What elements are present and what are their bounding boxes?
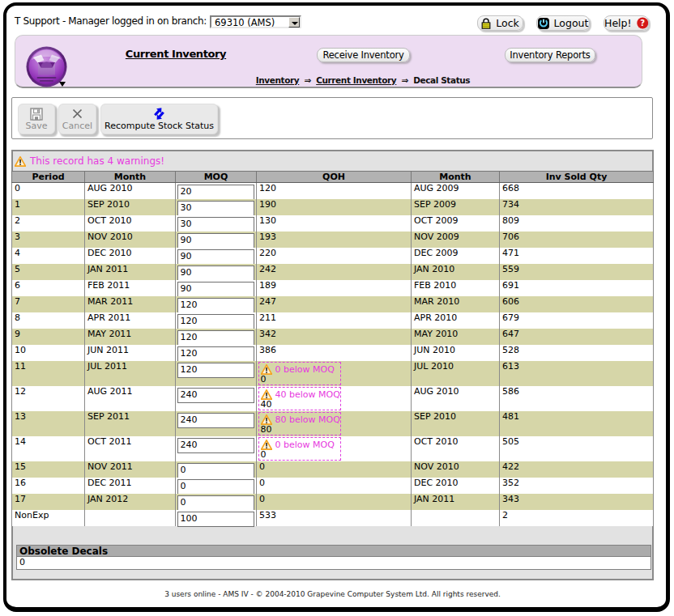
moq-input[interactable] (177, 282, 254, 297)
moq-input[interactable] (177, 314, 254, 329)
branch-select[interactable]: 69310 (AMS) (210, 15, 301, 28)
qoh-cell: 242 (257, 264, 412, 280)
inventory-row: 7MAR 2011247MAR 2010606 (12, 296, 654, 312)
moq-cell (176, 478, 257, 494)
refresh-icon (153, 107, 165, 121)
moq-input[interactable] (177, 388, 254, 403)
inv-sold-qty-cell: 668 (500, 183, 654, 199)
obsolete-decals-value: 0 (17, 557, 651, 569)
inventory-row: 13SEP 201180 below MOQ80SEP 2010481 (12, 411, 654, 436)
logout-button[interactable]: Logout (536, 15, 590, 31)
period-cell: 8 (12, 312, 85, 329)
moq-input[interactable] (177, 413, 254, 428)
breadcrumb-item[interactable]: Inventory (256, 75, 299, 85)
warning-banner: This record has 4 warnings! (15, 153, 164, 169)
moq-input[interactable] (177, 463, 254, 478)
moq-input[interactable] (177, 512, 254, 527)
branch-select-value: 69310 (AMS) (215, 17, 275, 28)
inv-sold-qty-cell: 706 (500, 232, 654, 248)
inv-sold-qty-cell: 613 (500, 361, 654, 386)
period-cell: 14 (12, 436, 85, 461)
column-header: Month (412, 172, 500, 183)
moq-input[interactable] (177, 298, 254, 313)
moq-input[interactable] (177, 217, 254, 232)
cancel-button-label: Cancel (62, 121, 92, 131)
period-cell: 15 (12, 461, 85, 478)
month-cell: AUG 2010 (85, 183, 176, 199)
moq-cell (176, 386, 257, 411)
period-cell: 0 (12, 183, 85, 199)
qoh-warning-box: 0 below MOQ0 (258, 362, 341, 385)
month-cell: AUG 2011 (85, 386, 176, 411)
qoh-cell: 0 below MOQ0 (257, 436, 412, 461)
moq-cell (176, 329, 257, 345)
cancel-icon (72, 107, 83, 121)
inv-sold-qty-cell: 691 (500, 280, 654, 296)
receive-inventory-button[interactable]: Receive Inventory (317, 48, 410, 62)
period-cell: 7 (12, 296, 85, 312)
moq-input[interactable] (177, 249, 254, 265)
period-cell: 5 (12, 264, 85, 280)
page-title[interactable]: Current Inventory (15, 48, 336, 60)
breadcrumb-item[interactable]: Current Inventory (316, 75, 396, 85)
qoh-cell: 0 below MOQ0 (257, 361, 412, 386)
inventory-reports-button[interactable]: Inventory Reports (505, 48, 595, 62)
inventory-row: 6FEB 2011189FEB 2010691 (12, 280, 654, 296)
moq-input[interactable] (177, 201, 254, 216)
moq-input[interactable] (177, 479, 254, 495)
qoh-value: 0 (261, 374, 267, 384)
sold-month-cell: OCT 2009 (412, 215, 500, 232)
moq-input[interactable] (177, 495, 254, 511)
period-cell: 4 (12, 248, 85, 264)
sold-month-cell: JAN 2010 (412, 264, 500, 280)
qoh-warning-box: 80 below MOQ80 (258, 412, 341, 435)
moq-cell (176, 312, 257, 329)
help-button[interactable]: Help! ? (604, 15, 649, 31)
sold-month-cell: DEC 2009 (412, 248, 500, 264)
lock-icon (481, 18, 491, 29)
inv-sold-qty-cell: 481 (500, 411, 654, 436)
period-cell: NonExp (12, 510, 85, 526)
period-cell: 11 (12, 361, 85, 386)
receive-inventory-label: Receive Inventory (322, 49, 403, 61)
qoh-cell: 0 (257, 478, 412, 494)
qoh-value: 40 (261, 399, 272, 410)
qoh-cell: 211 (257, 312, 412, 329)
moq-input[interactable] (177, 266, 254, 281)
inv-sold-qty-cell: 422 (500, 461, 654, 478)
branch-select-arrow[interactable] (288, 17, 300, 28)
toolbar: Save Cancel Recompute Stock Status (11, 97, 653, 139)
moq-cell (176, 248, 257, 264)
save-button[interactable]: Save (18, 104, 55, 134)
moq-input[interactable] (177, 233, 254, 249)
period-cell: 12 (12, 386, 85, 411)
app-window: T Support - Manager logged in on branch:… (3, 2, 670, 612)
period-cell: 9 (12, 329, 85, 345)
recompute-stock-status-button[interactable]: Recompute Stock Status (100, 104, 218, 134)
moq-input[interactable] (177, 438, 254, 453)
save-button-label: Save (25, 121, 47, 131)
moq-cell (176, 361, 257, 386)
period-cell: 16 (12, 478, 85, 494)
qoh-cell: 0 (257, 494, 412, 510)
period-cell: 3 (12, 232, 85, 248)
inv-sold-qty-cell: 809 (500, 215, 654, 232)
period-cell: 10 (12, 345, 85, 361)
month-cell: JAN 2011 (85, 264, 176, 280)
moq-input[interactable] (177, 330, 254, 346)
inventory-row: 14OCT 20110 below MOQ0OCT 2010505 (12, 436, 654, 461)
lock-button[interactable]: Lock (477, 15, 523, 31)
cancel-button[interactable]: Cancel (58, 104, 96, 134)
moq-input[interactable] (177, 346, 254, 362)
help-button-label: Help! (604, 17, 632, 29)
moq-input[interactable] (177, 185, 254, 200)
sold-month-cell: MAY 2010 (412, 329, 500, 345)
inventory-row: 17JAN 20120JAN 2011343 (12, 494, 654, 510)
moq-cell (176, 436, 257, 461)
month-cell: JUN 2011 (85, 345, 176, 361)
moq-cell (176, 215, 257, 232)
lock-button-label: Lock (496, 17, 519, 29)
moq-input[interactable] (177, 363, 254, 378)
inventory-row: NonExp5332 (12, 510, 654, 526)
column-header: QOH (257, 172, 412, 183)
